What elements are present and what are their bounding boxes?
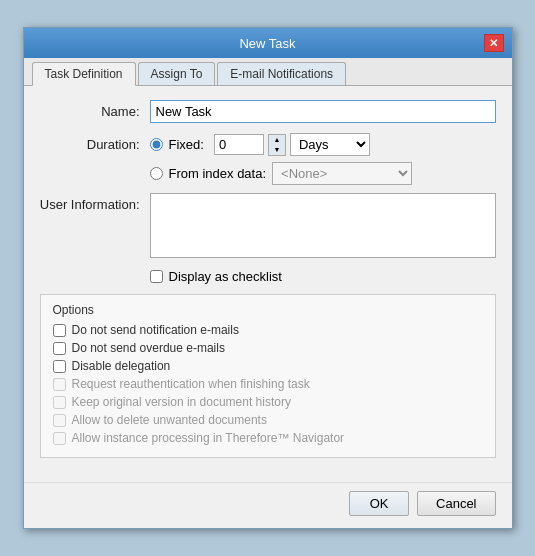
option-label-2: Disable delegation [72, 359, 171, 373]
option-row-3: Request reauthentication when finishing … [53, 377, 483, 391]
option-label-6: Allow instance processing in Therefore™ … [72, 431, 345, 445]
option-row-6: Allow instance processing in Therefore™ … [53, 431, 483, 445]
spin-buttons: ▲ ▼ [268, 134, 286, 156]
option-checkbox-3 [53, 378, 66, 391]
option-checkbox-6 [53, 432, 66, 445]
fixed-row: Fixed: ▲ ▼ Days Hours Minutes [150, 133, 370, 156]
checklist-row: Display as checklist [150, 269, 496, 284]
from-index-row: From index data: <None> [150, 162, 496, 185]
tab-content: Name: Duration: Fixed: ▲ ▼ Da [24, 86, 512, 482]
close-button[interactable]: ✕ [484, 34, 504, 52]
ok-button[interactable]: OK [349, 491, 409, 516]
tab-task-definition[interactable]: Task Definition [32, 62, 136, 86]
option-checkbox-4 [53, 396, 66, 409]
duration-options: Fixed: ▲ ▼ Days Hours Minutes [150, 133, 370, 156]
user-info-label: User Information: [40, 193, 150, 212]
option-checkbox-2[interactable] [53, 360, 66, 373]
tab-email-notifications[interactable]: E-mail Notifications [217, 62, 346, 85]
new-task-window: New Task ✕ Task Definition Assign To E-m… [23, 27, 513, 529]
cancel-button[interactable]: Cancel [417, 491, 495, 516]
option-checkbox-5 [53, 414, 66, 427]
duration-label: Duration: [40, 137, 150, 152]
title-bar: New Task ✕ [24, 28, 512, 58]
duration-value-input[interactable] [214, 134, 264, 155]
tab-bar: Task Definition Assign To E-mail Notific… [24, 58, 512, 86]
option-row-0: Do not send notification e-mails [53, 323, 483, 337]
footer: OK Cancel [24, 482, 512, 528]
option-checkbox-0[interactable] [53, 324, 66, 337]
name-row: Name: [40, 100, 496, 123]
user-info-textarea[interactable] [150, 193, 496, 258]
display-checklist-label: Display as checklist [169, 269, 282, 284]
option-row-4: Keep original version in document histor… [53, 395, 483, 409]
from-index-label: From index data: [169, 166, 267, 181]
fixed-radio[interactable] [150, 138, 163, 151]
fixed-label: Fixed: [169, 137, 204, 152]
name-label: Name: [40, 104, 150, 119]
option-row-2: Disable delegation [53, 359, 483, 373]
option-label-0: Do not send notification e-mails [72, 323, 239, 337]
from-index-radio[interactable] [150, 167, 163, 180]
options-title: Options [53, 303, 483, 317]
spin-up-button[interactable]: ▲ [269, 135, 285, 145]
user-info-area [150, 193, 496, 261]
window-title: New Task [52, 36, 484, 51]
option-row-5: Allow to delete unwanted documents [53, 413, 483, 427]
option-label-3: Request reauthentication when finishing … [72, 377, 310, 391]
display-checklist-checkbox[interactable] [150, 270, 163, 283]
options-group: Options Do not send notification e-mails… [40, 294, 496, 458]
option-label-5: Allow to delete unwanted documents [72, 413, 267, 427]
spin-down-button[interactable]: ▼ [269, 145, 285, 155]
option-label-1: Do not send overdue e-mails [72, 341, 225, 355]
fixed-controls: ▲ ▼ Days Hours Minutes [214, 133, 370, 156]
option-row-1: Do not send overdue e-mails [53, 341, 483, 355]
name-input[interactable] [150, 100, 496, 123]
from-index-select[interactable]: <None> [272, 162, 412, 185]
duration-row: Duration: Fixed: ▲ ▼ Days Hours [40, 133, 496, 156]
option-label-4: Keep original version in document histor… [72, 395, 291, 409]
duration-unit-select[interactable]: Days Hours Minutes [290, 133, 370, 156]
tab-assign-to[interactable]: Assign To [138, 62, 216, 85]
option-checkbox-1[interactable] [53, 342, 66, 355]
user-info-row: User Information: [40, 193, 496, 261]
